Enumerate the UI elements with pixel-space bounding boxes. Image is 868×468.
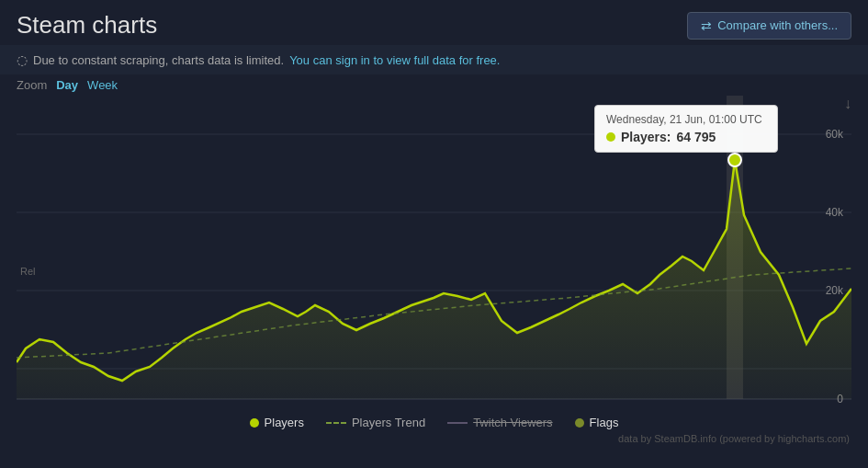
compare-icon: ⇄	[701, 18, 712, 33]
zoom-bar: Zoom Day Week	[0, 74, 868, 92]
notice-text: Due to constant scraping, charts data is…	[33, 53, 284, 67]
trend-line-icon	[326, 422, 346, 424]
legend-twitch-label: Twitch Viewers	[473, 416, 552, 429]
svg-text:40k: 40k	[826, 206, 844, 219]
svg-point-22	[728, 154, 741, 166]
notice-bar: ◌ Due to constant scraping, charts data …	[0, 45, 868, 74]
legend-players[interactable]: Players	[250, 416, 304, 429]
legend-flags-label: Flags	[590, 416, 619, 429]
twitch-line-icon	[447, 422, 468, 424]
legend-players-label: Players	[265, 416, 304, 429]
zoom-week-button[interactable]: Week	[87, 78, 118, 92]
legend-flags[interactable]: Flags	[575, 416, 619, 429]
chart-svg: 60k 40k 20k 0 16 Jun 12:00 17 Jun 12:00 …	[17, 96, 851, 408]
zoom-label: Zoom	[17, 78, 47, 92]
flags-dot-icon	[575, 418, 584, 428]
players-dot-icon	[250, 418, 259, 428]
compare-button[interactable]: ⇄ Compare with others...	[687, 12, 851, 40]
page-header: Steam charts ⇄ Compare with others...	[0, 0, 868, 45]
svg-text:60k: 60k	[826, 128, 844, 141]
legend-twitch[interactable]: Twitch Viewers	[447, 416, 552, 429]
attribution: data by SteamDB.info (powered by highcha…	[0, 431, 868, 444]
rel-label: Rel	[20, 266, 36, 277]
compare-label: Compare with others...	[717, 18, 838, 32]
notice-icon: ◌	[17, 52, 28, 67]
legend-trend[interactable]: Players Trend	[326, 416, 425, 429]
sign-in-link[interactable]: You can sign in to view full data for fr…	[289, 53, 500, 67]
zoom-day-button[interactable]: Day	[56, 78, 78, 92]
chart-legend: Players Players Trend Twitch Viewers Fla…	[0, 408, 868, 431]
attribution-text: data by SteamDB.info (powered by highcha…	[618, 433, 850, 444]
page-title: Steam charts	[17, 11, 157, 40]
chart-area: ↓ Rel 60k 40k 20k 0 16 Jun 12:00 17 Jun …	[17, 96, 851, 408]
legend-trend-label: Players Trend	[352, 416, 425, 429]
download-icon[interactable]: ↓	[844, 96, 851, 112]
svg-text:20k: 20k	[826, 284, 844, 297]
